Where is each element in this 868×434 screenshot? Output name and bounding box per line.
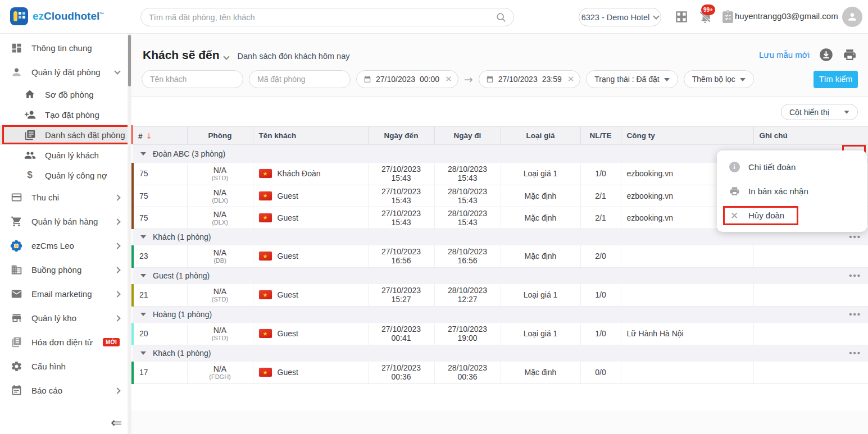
sidebar-scrollbar-thumb[interactable] xyxy=(128,35,131,86)
date-from-filter[interactable]: 27/10/2023 00:00 ✕ xyxy=(356,70,458,88)
guest-name-input[interactable] xyxy=(150,75,235,84)
sidebar-item-quan-ly-khach[interactable]: Quản lý khách xyxy=(0,145,128,165)
sidebar-item-cau-hinh[interactable]: Cấu hình xyxy=(0,354,128,378)
sidebar-item-bao-cao[interactable]: Báo cáo xyxy=(0,378,128,403)
sidebar-item-ezcms-leo[interactable]: ezCms Leo xyxy=(0,234,128,258)
sidebar-item-so-do-phong[interactable]: Sơ đồ phòng xyxy=(0,84,128,104)
group-row[interactable]: Khách (1 phòng) ••• xyxy=(133,345,868,362)
chevron-right-icon xyxy=(114,291,120,297)
hotel-selector[interactable]: 6323 - Demo Hotel xyxy=(579,8,661,26)
apps-grid-icon[interactable] xyxy=(674,10,689,24)
date-to-filter[interactable]: 27/10/2023 23:59 ✕ xyxy=(479,70,581,88)
col-header-guest[interactable]: Tên khách xyxy=(253,127,368,145)
menu-item-chi-tiet-doan[interactable]: i Chi tiết đoàn xyxy=(717,155,867,179)
group-row[interactable]: Hoàng (1 phòng) ••• xyxy=(133,306,868,323)
vietnam-flag-icon: ★ xyxy=(259,191,272,200)
group-label: Guest (1 phòng) xyxy=(153,271,210,280)
group-actions-menu-button[interactable]: ••• xyxy=(849,350,861,356)
clear-date-to-icon[interactable]: ✕ xyxy=(566,74,575,84)
sidebar-item-buong-phong[interactable]: Buồng phòng xyxy=(0,258,128,282)
sidebar-item-quan-ly-kho[interactable]: Quản lý kho xyxy=(0,306,128,330)
guest-name: Guest xyxy=(278,290,298,299)
collapse-triangle-icon[interactable] xyxy=(140,313,146,316)
menu-item-huy-doan[interactable]: ✕ Hủy đoàn xyxy=(717,203,867,227)
more-filters-dropdown[interactable]: Thêm bộ lọc xyxy=(684,70,754,88)
save-template-link[interactable]: Lưu mẫu mới xyxy=(759,50,810,60)
col-header-id[interactable]: #↓ xyxy=(133,127,187,145)
avatar[interactable] xyxy=(842,7,862,27)
sidebar-item-thong-tin-chung[interactable]: Thông tin chung xyxy=(0,36,128,60)
user-email: huyentrangg03@gmail.com xyxy=(735,11,838,21)
status-filter[interactable]: Trạng thái : Đã đặt xyxy=(586,70,678,88)
new-badge: MỚI xyxy=(103,338,120,346)
filter-row: 27/10/2023 00:00 ✕ → 27/10/2023 23:59 ✕ … xyxy=(131,62,868,88)
booking-code-input[interactable] xyxy=(257,75,342,84)
col-header-rate[interactable]: Loại giá xyxy=(501,127,580,145)
clipboard-icon[interactable] xyxy=(721,10,735,24)
sidebar-item-quan-ly-cong-no[interactable]: $ Quản lý công nợ xyxy=(0,165,128,185)
global-search-input[interactable] xyxy=(141,13,496,22)
chevron-down-icon xyxy=(114,68,120,74)
search-button[interactable]: Tìm kiếm xyxy=(814,71,858,88)
sidebar-item-hoa-don-dien-tu[interactable]: Hóa đơn điện tử MỚI xyxy=(0,330,128,354)
collapse-triangle-icon[interactable] xyxy=(140,235,146,239)
table-row[interactable]: 20 N/A(STD) ★Guest 27/10/202300:41 27/10… xyxy=(133,323,868,345)
download-icon[interactable] xyxy=(819,47,834,62)
group-label: Đoàn ABC (3 phòng) xyxy=(153,149,225,158)
col-header-note[interactable]: Ghi chú xyxy=(753,127,868,145)
col-header-checkout[interactable]: Ngày đi xyxy=(434,127,501,145)
title-chevron-down-icon[interactable] xyxy=(223,53,229,60)
report-icon xyxy=(10,385,22,396)
collapse-triangle-icon[interactable] xyxy=(140,351,146,355)
table-row[interactable]: 21 N/A(STD) ★Guest 27/10/202315:27 28/10… xyxy=(133,284,868,306)
caret-down-icon xyxy=(664,78,670,81)
app-logo-icon xyxy=(10,7,28,25)
caret-down-icon xyxy=(740,78,746,81)
col-header-room[interactable]: Phòng xyxy=(187,127,253,145)
col-header-checkin[interactable]: Ngày đến xyxy=(368,127,434,145)
sidebar-item-thu-chi[interactable]: Thu chi xyxy=(0,185,128,209)
table-row[interactable]: 17 N/A(FDGH) ★Guest 27/10/202300:36 28/1… xyxy=(133,362,868,383)
hotel-selector-value: 6323 - Demo Hotel xyxy=(581,13,650,22)
sidebar-item-tao-dat-phong[interactable]: Tạo đặt phòng xyxy=(0,104,128,125)
status-filter-value: Trạng thái : Đã đặt xyxy=(594,75,659,84)
sidebar-item-quan-ly-ban-hang[interactable]: Quản lý bán hàng xyxy=(0,209,128,234)
col-header-company[interactable]: Công ty xyxy=(621,127,753,145)
sidebar-scrollbar[interactable] xyxy=(128,34,131,434)
wallet-icon xyxy=(10,191,22,203)
sidebar-collapse-icon[interactable]: ⇐ xyxy=(111,415,122,431)
sidebar-item-quan-ly-dat-phong[interactable]: Quản lý đặt phòng xyxy=(0,60,128,84)
sidebar-item-email-marketing[interactable]: Email marketing xyxy=(0,282,128,306)
collapse-triangle-icon[interactable] xyxy=(140,152,146,156)
chevron-down-icon xyxy=(653,13,660,19)
guest-name: Guest xyxy=(278,191,298,200)
guest-name: Guest xyxy=(278,368,298,377)
more-filters-label: Thêm bộ lọc xyxy=(692,75,735,84)
collapse-triangle-icon[interactable] xyxy=(140,274,146,277)
page-subtitle: Danh sách đón khách hôm nay xyxy=(238,49,350,61)
table-header-row: #↓ Phòng Tên khách Ngày đến Ngày đi Loại… xyxy=(133,127,868,145)
chevron-right-icon xyxy=(114,267,120,273)
group-actions-menu-button[interactable]: ••• xyxy=(849,234,861,240)
vietnam-flag-icon: ★ xyxy=(259,368,272,377)
vietnam-flag-icon: ★ xyxy=(259,290,272,299)
guest-name: Guest xyxy=(278,252,298,261)
sort-desc-icon[interactable]: ↓ xyxy=(143,131,152,140)
person-icon xyxy=(10,66,22,78)
search-icon[interactable] xyxy=(496,12,507,23)
time-from-value: 00:00 xyxy=(420,75,439,84)
global-search xyxy=(140,8,514,26)
menu-item-in-ban-xac-nhan[interactable]: In bản xác nhận xyxy=(717,179,867,203)
group-actions-menu-button[interactable]: ••• xyxy=(849,273,861,278)
print-icon[interactable] xyxy=(843,48,857,62)
group-actions-menu-button[interactable]: ••• xyxy=(849,312,861,317)
table-row[interactable]: 23 N/A(DB) ★Guest 27/10/202316:56 28/10/… xyxy=(133,245,868,267)
sidebar-item-danh-sach-dat-phong[interactable]: Danh sách đặt phòng xyxy=(0,125,128,145)
col-header-nlte[interactable]: NL/TE xyxy=(580,127,621,145)
arrow-right-icon: → xyxy=(464,73,473,85)
top-bar: ezCloudhotel™ 6323 - Demo Hotel 99+ huye… xyxy=(0,0,868,34)
clear-date-from-icon[interactable]: ✕ xyxy=(444,74,452,84)
table-card: Cột hiển thị #↓ Phòng Tên khách Ngày đến… xyxy=(131,97,868,410)
columns-visibility-dropdown[interactable]: Cột hiển thị xyxy=(781,104,858,120)
group-row[interactable]: Guest (1 phòng) ••• xyxy=(133,267,868,284)
